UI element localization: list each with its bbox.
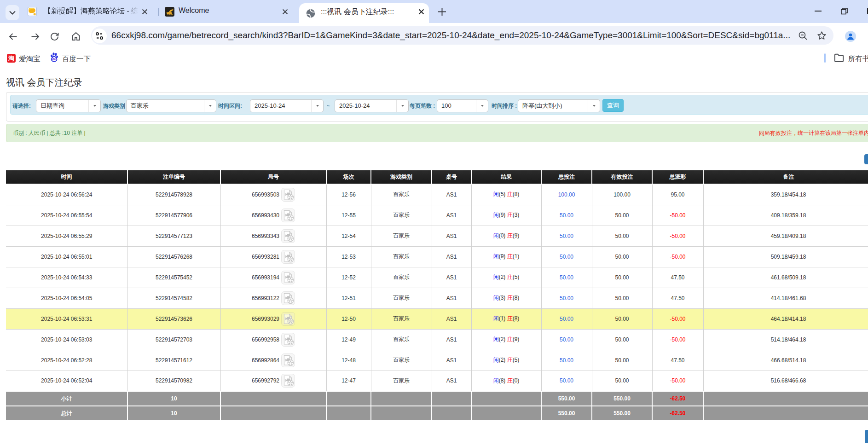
- svg-text:淘: 淘: [8, 55, 14, 62]
- svg-text:du: du: [52, 58, 56, 61]
